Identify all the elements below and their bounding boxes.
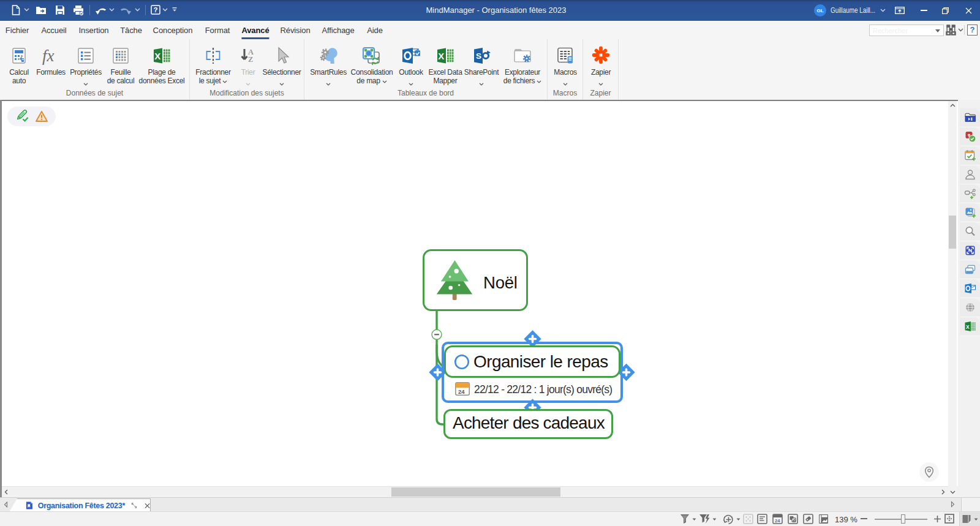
- svg-text:Z: Z: [248, 55, 253, 64]
- svg-text:X: X: [438, 51, 444, 61]
- svg-text:24: 24: [775, 518, 780, 524]
- svg-text:S: S: [476, 51, 481, 61]
- svg-text:fx: fx: [42, 47, 55, 65]
- svg-text:X: X: [154, 51, 160, 61]
- svg-text:X: X: [966, 324, 970, 330]
- svg-text:24: 24: [458, 388, 465, 395]
